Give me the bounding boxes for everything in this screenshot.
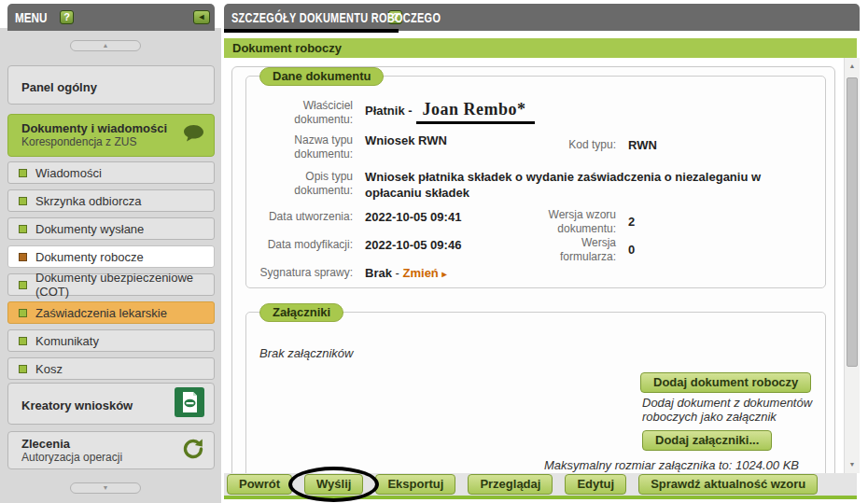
section-bar: Dokument roboczy	[224, 38, 857, 58]
sidebar-item-kreatory-wnioskow[interactable]: Kreatory wniosków	[7, 383, 215, 425]
field-value: 2022-10-05 09:46	[365, 238, 461, 254]
scroll-down-icon[interactable]: ▼	[845, 458, 860, 471]
sidebar-item-dokumenty-wyslane[interactable]: Dokumenty wysłane	[7, 217, 215, 240]
square-bullet-icon	[19, 309, 27, 317]
zmien-link[interactable]: Zmień	[403, 266, 439, 280]
bottom-divider	[224, 496, 857, 499]
edytuj-button[interactable]: Edytuj	[565, 474, 626, 495]
square-bullet-icon	[19, 365, 27, 373]
owner-name: Joan Rembo*	[416, 99, 535, 124]
sidebar-item-label: Skrzynka odbiorcza	[35, 194, 141, 208]
sidebar-item-label: Zlecenia	[21, 437, 204, 451]
sidebar-item-dokumenty-i-wiadomosci[interactable]: Dokumenty i wiadomości Korespondencja z …	[7, 114, 215, 157]
field-value: RWN	[628, 138, 657, 152]
powrot-button[interactable]: Powrót	[227, 474, 292, 495]
page-header: SZCZEGÓŁY DOKUMENTU ROBOCZEGO ?	[224, 4, 860, 31]
field-value: Płatnik -Joan Rembo*	[365, 99, 535, 127]
menu-help-icon[interactable]: ?	[60, 10, 74, 24]
sidebar-item-label: Dokumenty wysłane	[35, 222, 144, 236]
document-panel: Dane dokumentu Właściciel dokumentu: Pła…	[231, 66, 835, 473]
field-label: Kod typu:	[539, 138, 616, 152]
field-data-modyfikacji: Data modyfikacji: 2022-10-05 09:46 Wersj…	[259, 238, 816, 254]
scroll-up-icon[interactable]: ▲	[845, 60, 860, 73]
field-label: Właściciel dokumentu:	[259, 99, 353, 127]
sidebar-item-panel-ogolny[interactable]: Panel ogólny	[7, 65, 215, 105]
owner-prefix: Płatnik -	[365, 104, 413, 118]
title-underline	[224, 29, 399, 33]
field-value: 0	[628, 243, 635, 257]
field-wlasciciel: Właściciel dokumentu: Płatnik -Joan Remb…	[259, 99, 816, 127]
add-attachments-button[interactable]: Dodaj załączniki...	[642, 430, 772, 451]
refresh-icon	[182, 438, 204, 464]
page-title-wrap: SZCZEGÓŁY DOKUMENTU ROBOCZEGO	[231, 9, 388, 26]
field-opis-typu: Opis typu dokumentu: Wniosek płatnika sk…	[259, 170, 816, 202]
sidebar-scroll-down-button[interactable]: ▼	[70, 482, 141, 494]
field-nazwa-typu: Nazwa typu dokumentu: Wniosek RWN Kod ty…	[259, 133, 816, 161]
speech-bubble-icon	[183, 124, 204, 147]
sidebar-item-zlecenia[interactable]: Zlecenia Autoryzacja operacji	[7, 431, 215, 469]
field-label: Wersja wzoru dokumentu:	[539, 208, 616, 236]
sidebar-scroll-up-button[interactable]: ▲	[70, 40, 141, 51]
fieldset-legend: Załączniki	[259, 303, 343, 322]
max-attachment-size-text: Maksymalny rozmiar załącznika to: 1024.0…	[544, 458, 799, 472]
sidebar-item-sublabel: Autoryzacja operacji	[21, 451, 204, 464]
link-arrow-icon: ▸	[441, 269, 446, 279]
pue-zus-window: MENU ? ◄ ▲ Panel ogólny Dokumenty i wiad…	[0, 0, 868, 503]
field-label: Nazwa typu dokumentu:	[259, 133, 353, 161]
wyslij-button[interactable]: Wyślij	[304, 474, 363, 495]
wyslij-wrap: Wyślij	[304, 474, 363, 495]
field-label: Wersja formularza:	[539, 236, 616, 264]
document-content-area: Dane dokumentu Właściciel dokumentu: Pła…	[224, 58, 844, 473]
add-draft-document-button[interactable]: Dodaj dokument roboczy	[640, 372, 811, 393]
sidebar-item-label: Dokumenty robocze	[35, 250, 144, 264]
menu-title-wrap: MENU	[15, 9, 52, 26]
sidebar-item-skrzynka-odbiorcza[interactable]: Skrzynka odbiorcza	[7, 189, 215, 212]
attachment-actions: Dodaj dokument roboczy Dodaj dokument z …	[640, 372, 821, 451]
sidebar-item-label: Kreatory wniosków	[21, 398, 133, 412]
field-label: Data utworzenia:	[259, 210, 353, 226]
sidebar-item-label: Kosz	[35, 362, 63, 376]
sidebar-collapse-left-icon[interactable]: ◄	[193, 10, 210, 24]
sidebar-item-dokumenty-robocze[interactable]: Dokumenty robocze	[7, 245, 215, 268]
menu-title: MENU	[15, 9, 47, 25]
scrollbar-thumb[interactable]	[847, 77, 858, 367]
sidebar-item-label: Dokumenty ubezpieczeniowe (COT)	[35, 271, 214, 299]
sidebar-item-label: Zaświadczenia lekarskie	[35, 306, 167, 320]
sidebar-item-kosz[interactable]: Kosz	[7, 357, 215, 380]
square-bullet-icon	[19, 337, 27, 345]
sprawdz-aktualnosc-wzoru-button[interactable]: Sprawdź aktualność wzoru	[638, 474, 818, 495]
fieldset-dane-dokumentu: Dane dokumentu Właściciel dokumentu: Pła…	[245, 76, 826, 288]
sidebar-item-sublabel: Korespondencja z ZUS	[21, 135, 204, 148]
field-value: Wniosek płatnika składek o wydanie zaświ…	[365, 170, 804, 202]
sidebar-item-wiadomosci[interactable]: Wiadomości	[7, 161, 215, 184]
square-bullet-icon	[19, 253, 27, 261]
add-draft-hint: Dodaj dokument z dokumentów roboczych ja…	[642, 397, 821, 425]
document-wizard-icon	[175, 387, 204, 421]
field-data-utworzenia: Data utworzenia: 2022-10-05 09:41 Wersja…	[259, 210, 816, 226]
sidebar-item-zaswiadczenia-lekarskie[interactable]: Zaświadczenia lekarskie	[7, 301, 215, 324]
field-wersja-formularza: Wersja formularza: 0	[539, 236, 801, 264]
przegladaj-button[interactable]: Przeglądaj	[468, 474, 553, 495]
fieldset-zalaczniki: Załączniki Brak załączników Dodaj dokume…	[245, 312, 826, 473]
field-label: Data modyfikacji:	[259, 238, 353, 254]
sidebar-item-dokumenty-ubezpieczeniowe[interactable]: Dokumenty ubezpieczeniowe (COT)	[7, 273, 215, 296]
field-sygnatura: Sygnatura sprawy: Brak - Zmień ▸	[259, 266, 816, 282]
field-value: 2022-10-05 09:41	[365, 210, 461, 226]
vertical-scrollbar[interactable]: ▲ ▼	[844, 58, 860, 473]
page-title: SZCZEGÓŁY DOKUMENTU ROBOCZEGO	[231, 10, 441, 25]
sidebar-item-komunikaty[interactable]: Komunikaty	[7, 329, 215, 352]
sidebar-item-label: Panel ogólny	[21, 80, 97, 94]
field-kod-typu: Kod typu: RWN	[539, 138, 801, 152]
square-bullet-icon	[19, 281, 27, 289]
sygnatura-separator: -	[396, 266, 399, 280]
square-bullet-icon	[19, 169, 27, 177]
field-value: 2	[628, 215, 635, 229]
no-attachments-text: Brak załączników	[259, 346, 353, 360]
square-bullet-icon	[19, 225, 27, 233]
sygnatura-value: Brak	[365, 266, 392, 280]
eksportuj-button[interactable]: Eksportuj	[375, 474, 455, 495]
field-label: Opis typu dokumentu:	[259, 170, 353, 202]
sidebar-item-label: Dokumenty i wiadomości	[21, 121, 204, 135]
field-value: Brak - Zmień ▸	[365, 266, 446, 282]
fieldset-legend: Dane dokumentu	[259, 67, 384, 86]
